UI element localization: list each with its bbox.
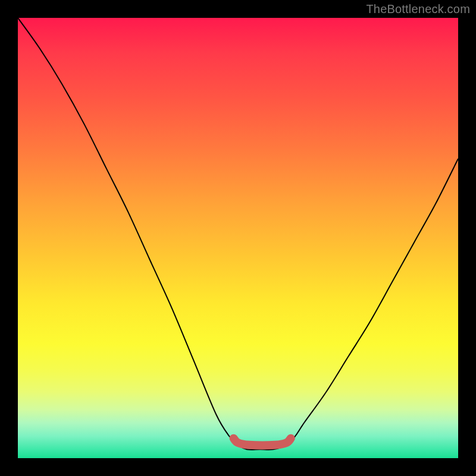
chart-frame: TheBottleneck.com: [0, 0, 476, 476]
trough-path: [234, 439, 291, 446]
trough-highlight: [18, 18, 458, 458]
plot-area: [18, 18, 458, 458]
watermark-text: TheBottleneck.com: [366, 2, 470, 16]
